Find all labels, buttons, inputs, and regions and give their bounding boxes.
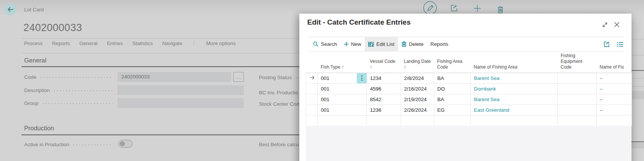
stock-center-label: Stock Center Cod [259, 101, 299, 107]
active-in-production-label: Active in Production [24, 142, 69, 147]
fishing-area-name-cell[interactable]: Barent Sea [471, 73, 558, 83]
table-empty-row [306, 115, 632, 126]
equipment-code-cell[interactable] [558, 105, 597, 115]
menu-item-process[interactable]: Process [24, 41, 43, 46]
equipment-name-cell[interactable]: – [597, 94, 632, 105]
code-lookup-button[interactable]: ... [233, 72, 244, 82]
search-button[interactable]: Search [310, 37, 341, 51]
delete-button[interactable]: Delete [398, 37, 427, 51]
landing-date-cell[interactable]: 2/19/2024 [401, 94, 434, 105]
share-icon[interactable] [449, 3, 459, 13]
title-divider [22, 38, 299, 39]
equipment-name-cell[interactable]: – [597, 83, 632, 94]
col-header-fishing-area-code[interactable]: Fishing Area Code [434, 52, 471, 73]
landing-date-cell[interactable]: 2/16/2024 [401, 83, 434, 94]
description-input[interactable] [118, 85, 244, 95]
edit-pencil-icon[interactable] [423, 1, 437, 15]
add-icon[interactable] [473, 4, 481, 13]
group-label: Group [24, 100, 39, 106]
reports-button[interactable]: Reports [427, 37, 452, 51]
posting-status-label: Posting Status [259, 75, 292, 80]
fish-type-cell[interactable]: 001 [318, 94, 367, 105]
expand-icon [602, 22, 608, 28]
edit-list-button[interactable]: Edit List [365, 37, 398, 51]
fish-type-cell[interactable]: 001 [318, 73, 367, 83]
vessel-code-cell[interactable]: 1234 [367, 73, 401, 83]
section-heading-production: Production [24, 125, 54, 132]
description-label: Description [24, 88, 50, 93]
share-icon[interactable] [603, 41, 611, 48]
menu-item-reports[interactable]: Reports [52, 41, 70, 46]
equipment-code-cell[interactable] [558, 115, 597, 126]
fishing-area-code-cell[interactable] [434, 115, 471, 126]
equipment-code-cell[interactable] [558, 83, 597, 94]
equipment-code-cell[interactable] [558, 94, 597, 105]
fishing-area-code-cell[interactable]: EG [434, 105, 471, 115]
menu-item-more-options[interactable]: More options [206, 41, 235, 46]
action-menu: Process Reports General Entries Statisti… [24, 40, 235, 47]
vessel-code-cell[interactable] [367, 115, 401, 126]
menu-item-statistics[interactable]: Statistics [132, 41, 153, 46]
equipment-name-cell[interactable]: – [597, 105, 632, 115]
row-pointer-cell [306, 115, 318, 126]
delete-icon[interactable] [497, 6, 504, 14]
code-input[interactable]: 2402000033 [118, 72, 231, 82]
vessel-code-cell[interactable]: 1236 [367, 105, 401, 115]
col-header-vessel-code[interactable]: Vessel Code ↑ [367, 52, 401, 73]
menu-item-general[interactable]: General [79, 41, 98, 46]
fishing-area-name-cell[interactable]: Dornbank [471, 83, 558, 94]
production-section-rule [22, 134, 299, 135]
section-heading-general: General [24, 57, 46, 64]
fishing-area-name-cell[interactable]: Barent Sea [471, 94, 558, 105]
col-header-equipment-code[interactable]: Fishing Equipment Code [558, 52, 597, 73]
table-row: 001 8542 2/19/2024 BA Barent Sea – [306, 94, 632, 105]
close-dialog-button[interactable] [613, 20, 621, 29]
col-header-landing-date[interactable]: Landing Date ↑ [401, 52, 434, 73]
back-arrow-icon [6, 5, 15, 14]
back-button[interactable] [4, 3, 17, 16]
active-in-production-row: Active in Production [24, 142, 115, 147]
vessel-code-cell[interactable]: 4596 [367, 83, 401, 94]
fish-type-cell[interactable]: 001 [318, 83, 367, 94]
equipment-name-cell[interactable]: – [597, 73, 632, 83]
catch-certificate-entries-dialog: Edit - Catch Certificate Entries Search [299, 14, 632, 161]
col-header-fish-type[interactable]: Fish Type ↑ [318, 52, 367, 73]
fishing-area-code-cell[interactable]: BA [434, 73, 471, 83]
dialog-toolbar: Search New Edit List Dele [307, 37, 624, 52]
menu-item-entries[interactable]: Entries [107, 41, 123, 46]
vessel-code-cell[interactable]: 8542 [367, 94, 401, 105]
fish-type-cell[interactable] [318, 115, 367, 126]
view-options-icon[interactable] [617, 41, 624, 47]
group-input[interactable] [118, 98, 244, 108]
row-pointer-cell [306, 94, 318, 105]
expand-dialog-button[interactable] [601, 20, 609, 29]
toggle-knob [120, 141, 125, 146]
row-pointer-header [306, 52, 318, 73]
cell-options-dots[interactable] [357, 73, 367, 83]
page-title: 2402000033 [23, 22, 82, 34]
screen: Lot Card 2402000033 Process Reports Gene… [0, 0, 644, 161]
landing-date-cell[interactable] [401, 115, 434, 126]
fishing-area-name-cell[interactable] [471, 115, 558, 126]
fishing-area-name-cell[interactable]: East Greenland [471, 105, 558, 115]
plus-icon [344, 42, 349, 47]
table-row: 001 4596 2/16/2024 DO Dornbank – [306, 83, 632, 94]
row-pointer-cell [306, 73, 318, 83]
table-row: 001 1236 2/26/2024 EG East Greenland – [306, 105, 632, 115]
col-header-equipment-name[interactable]: Name of Fis [597, 52, 632, 73]
fishing-area-code-cell[interactable]: BA [434, 94, 471, 105]
dialog-title: Edit - Catch Certificate Entries [307, 18, 410, 27]
col-header-fishing-area-name[interactable]: Name of Fishing Area [471, 52, 558, 73]
menu-item-navigate[interactable]: Navigate [162, 41, 182, 46]
fish-type-cell[interactable]: 001 [318, 105, 367, 115]
fishing-area-code-cell[interactable]: DO [434, 83, 471, 94]
dotted-leader [53, 90, 113, 91]
menu-divider [194, 40, 194, 47]
edit-list-icon [368, 41, 374, 47]
active-in-production-toggle[interactable] [118, 140, 133, 148]
landing-date-cell[interactable]: 2/26/2024 [401, 105, 434, 115]
equipment-name-cell[interactable] [597, 115, 632, 126]
equipment-code-cell[interactable] [558, 73, 597, 83]
landing-date-cell[interactable]: 2/8/2024 [401, 73, 434, 83]
new-button[interactable]: New [341, 37, 365, 51]
